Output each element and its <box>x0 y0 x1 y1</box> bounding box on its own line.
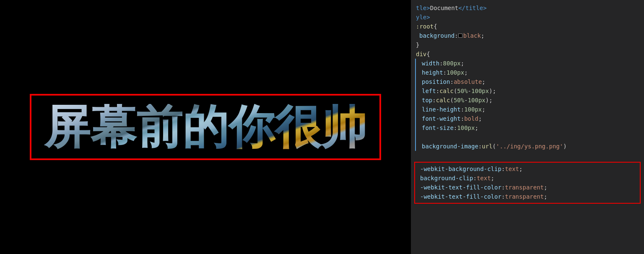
code-line: tle>Document</title> <box>411 3 644 13</box>
color-swatch <box>458 34 462 38</box>
text-box: 屏幕前的你很帅 <box>30 94 381 160</box>
code-token: : <box>454 31 458 40</box>
code-token: absolute <box>454 77 482 86</box>
code-token: text <box>477 174 491 183</box>
code-line <box>411 151 644 160</box>
code-token: : <box>450 77 453 86</box>
code-token: - <box>464 96 467 105</box>
code-line: line-height:100px; <box>417 105 644 114</box>
code-token: : <box>436 86 439 96</box>
chinese-text: 屏幕前的你很帅 <box>44 104 367 150</box>
code-token: : <box>501 164 505 174</box>
code-token: height <box>422 68 443 77</box>
code-token: ; <box>544 192 547 201</box>
code-token: - <box>468 86 471 96</box>
code-line: height:100px; <box>417 68 644 77</box>
code-token: ) <box>563 142 566 151</box>
code-token: tle> <box>416 3 430 13</box>
code-token: : <box>443 68 447 77</box>
code-token: -webkit-background-clip <box>420 164 501 174</box>
code-token: </title> <box>458 3 486 13</box>
code-token: black <box>463 31 481 40</box>
code-line: div{ <box>411 49 644 59</box>
code-token: :root <box>416 22 434 31</box>
code-token: : <box>439 59 443 68</box>
code-line: width:800px; <box>417 59 644 68</box>
code-token: background <box>419 31 454 40</box>
code-token: width <box>422 59 439 68</box>
code-token: background-clip <box>420 174 473 183</box>
code-token: : <box>473 174 476 183</box>
code-token: 100px <box>457 123 475 132</box>
code-token: -webkit-text-fill-color <box>420 192 501 201</box>
code-line: background: black; <box>411 31 644 40</box>
code-token: position <box>422 77 450 86</box>
code-line: font-weight: bold; <box>417 114 644 123</box>
code-line: -webkit-text-fill-color: transparent; <box>415 192 640 201</box>
code-token: transparent <box>505 192 544 201</box>
code-token: text <box>505 164 519 174</box>
code-token: 100px <box>447 68 464 77</box>
code-line: -webkit-background-clip: text; <box>415 164 640 174</box>
code-line: } <box>411 40 644 49</box>
code-token: '../ing/ys.png.png' <box>496 142 563 151</box>
code-token: ; <box>464 68 467 77</box>
code-token: { <box>426 49 430 59</box>
code-token: url <box>482 142 492 151</box>
code-token: ; <box>481 31 484 40</box>
code-token: calc <box>436 96 450 105</box>
code-line: background-image: url('../ing/ys.png.png… <box>417 142 644 151</box>
code-token: background-image <box>422 142 478 151</box>
code-token: } <box>416 40 419 49</box>
code-editor-panel: tle>Document</title> yle> :root{ backgro… <box>411 0 644 254</box>
code-token: ; <box>482 105 485 114</box>
code-token: Document <box>430 3 458 13</box>
code-token: font-weight <box>422 114 461 123</box>
code-token: : <box>454 123 457 132</box>
code-block: width:800px; height:100px; position:abso… <box>415 59 644 151</box>
code-token: 50% <box>457 86 467 96</box>
code-token: 100px <box>468 96 486 105</box>
code-token: transparent <box>505 183 544 192</box>
code-token: ; <box>475 123 478 132</box>
code-token: line-height <box>422 105 461 114</box>
code-token: 50% <box>454 96 464 105</box>
code-line: left:calc(50% - 100px); <box>417 86 644 96</box>
preview-panel: 屏幕前的你很帅 <box>0 0 411 254</box>
code-token: calc <box>439 86 454 96</box>
code-token: 100px <box>471 86 489 96</box>
code-token: top <box>422 96 432 105</box>
code-token: ; <box>491 174 494 183</box>
code-line: font-size: 100px; <box>417 123 644 132</box>
code-token: { <box>434 22 437 31</box>
code-token: 800px <box>443 59 461 68</box>
code-token: : <box>478 142 482 151</box>
code-token: : <box>461 114 464 123</box>
code-line <box>417 132 644 142</box>
code-token: ; <box>461 59 464 68</box>
code-token: -webkit-text-fill-color <box>420 183 501 192</box>
code-token: 100px <box>464 105 482 114</box>
code-token: ( <box>450 96 453 105</box>
code-line: top: calc(50% - 100px); <box>417 96 644 105</box>
code-line: yle> <box>411 13 644 22</box>
code-token: yle> <box>416 13 430 22</box>
code-token: ; <box>544 183 547 192</box>
code-line: -webkit-text-fill-color:transparent; <box>415 183 640 192</box>
code-token: ; <box>482 77 485 86</box>
webkit-clip-block: -webkit-background-clip: text; backgroun… <box>414 162 641 204</box>
code-line: :root{ <box>411 22 644 31</box>
code-token: : <box>501 192 505 201</box>
code-token: div <box>416 49 426 59</box>
code-token: ( <box>493 142 496 151</box>
code-token: : <box>501 183 505 192</box>
code-token: left <box>422 86 436 96</box>
code-token: : <box>461 105 464 114</box>
code-token: ; <box>478 114 482 123</box>
code-token: ; <box>519 164 522 174</box>
code-token: ); <box>486 96 493 105</box>
code-content: tle>Document</title> yle> :root{ backgro… <box>411 0 644 209</box>
code-line: background-clip:text; <box>415 174 640 183</box>
code-token: : <box>432 96 436 105</box>
code-token: ( <box>454 86 457 96</box>
